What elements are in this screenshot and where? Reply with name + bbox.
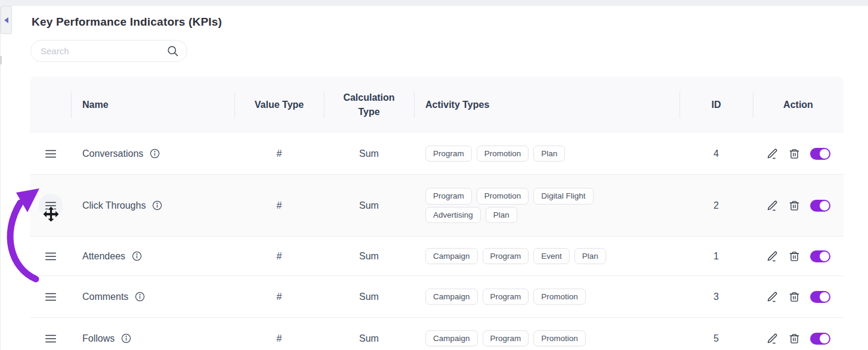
delete-button[interactable] [789, 250, 800, 262]
delete-button[interactable] [789, 333, 800, 345]
enable-toggle[interactable] [810, 333, 830, 345]
kpi-name: Comments [82, 292, 128, 302]
calculation-type: Sum [324, 251, 414, 262]
activity-type-chip: Campaign [425, 289, 478, 305]
trash-icon [789, 148, 800, 160]
delete-button[interactable] [789, 291, 800, 303]
enable-toggle[interactable] [810, 250, 830, 262]
collapse-sidebar-button[interactable] [1, 6, 12, 34]
table-row: Comments # Sum Campaign Program Promotio… [30, 276, 844, 318]
search-icon[interactable] [166, 45, 179, 57]
search-box[interactable] [30, 40, 187, 62]
enable-toggle[interactable] [810, 200, 830, 212]
info-icon[interactable] [152, 200, 162, 210]
pencil-icon [767, 250, 779, 262]
drag-handle-icon[interactable] [45, 202, 56, 210]
activity-type-chip: Plan [486, 207, 517, 224]
trash-icon [789, 250, 800, 262]
kpi-name: Click Throughs [82, 200, 146, 211]
value-type: # [234, 333, 324, 344]
activity-type-chip: Program [425, 145, 472, 162]
edit-button[interactable] [767, 200, 779, 212]
value-type: # [234, 251, 324, 262]
kpi-name: Conversations [82, 148, 143, 159]
edit-button[interactable] [767, 333, 779, 345]
kpi-table: Name Value Type Calculation Type Activit… [30, 76, 844, 350]
activity-type-chip: Promotion [533, 330, 586, 347]
activity-type-chip: Program [483, 248, 529, 265]
toggle-knob [820, 292, 829, 302]
delete-button[interactable] [789, 200, 800, 212]
toggle-knob [820, 149, 829, 159]
header-name: Name [71, 98, 234, 111]
kpi-id: 3 [679, 292, 753, 302]
kpi-name: Follows [82, 333, 115, 344]
activity-type-chip: Plan [574, 248, 606, 265]
activity-type-chip: Program [483, 289, 529, 305]
drag-handle-icon[interactable] [45, 334, 56, 343]
kpi-id: 1 [679, 251, 753, 262]
calculation-type: Sum [324, 148, 414, 159]
left-edge-tick [0, 56, 2, 64]
drag-handle-hover-halo [39, 194, 63, 218]
edit-button[interactable] [767, 291, 779, 303]
activity-type-chip: Campaign [425, 330, 478, 347]
value-type: # [234, 148, 324, 159]
header-activity-types: Activity Types [414, 98, 679, 111]
header-action: Action [753, 98, 844, 111]
page-title: Key Performance Indicators (KPIs) [32, 16, 222, 29]
trash-icon [789, 291, 800, 303]
activity-type-chip: Promotion [477, 188, 529, 205]
value-type: # [234, 200, 324, 211]
toggle-knob [820, 201, 829, 210]
table-row: Click Throughs # Sum Program Promotion D… [30, 175, 844, 237]
kpi-id: 5 [679, 333, 753, 344]
activity-type-chip: Campaign [425, 248, 478, 265]
edit-button[interactable] [767, 148, 779, 160]
header-calculation-type: Calculation Type [324, 91, 414, 118]
info-icon[interactable] [132, 251, 142, 261]
pencil-icon [767, 148, 779, 160]
trash-icon [789, 333, 800, 345]
drag-handle-icon[interactable] [45, 252, 56, 261]
delete-button[interactable] [789, 148, 800, 160]
chevron-left-icon [1, 17, 8, 23]
calculation-type: Sum [324, 333, 414, 344]
activity-type-chip: Program [483, 330, 529, 347]
pencil-icon [767, 200, 779, 212]
calculation-type: Sum [324, 292, 414, 302]
table-header-row: Name Value Type Calculation Type Activit… [30, 76, 844, 133]
info-icon[interactable] [121, 333, 131, 343]
top-strip [0, 0, 868, 6]
toggle-knob [820, 334, 829, 343]
activity-type-chip: Program [425, 188, 472, 205]
drag-handle-icon[interactable] [45, 150, 56, 158]
toggle-knob [820, 252, 829, 261]
activity-type-chip: Advertising [425, 207, 481, 224]
kpi-id: 4 [679, 148, 753, 159]
pencil-icon [767, 291, 779, 303]
kpi-name: Attendees [82, 251, 125, 262]
table-row: Follows # Sum Campaign Program Promotion… [30, 318, 844, 350]
kpi-id: 2 [679, 200, 753, 211]
drag-handle-icon[interactable] [45, 293, 56, 301]
header-id: ID [679, 98, 753, 111]
edit-button[interactable] [767, 250, 779, 262]
table-row: Conversations # Sum Program Promotion Pl… [30, 133, 844, 175]
enable-toggle[interactable] [810, 291, 830, 303]
activity-type-chip: Event [533, 248, 570, 265]
activity-type-chip: Promotion [477, 145, 529, 162]
enable-toggle[interactable] [810, 148, 830, 160]
info-icon[interactable] [150, 148, 160, 159]
activity-type-chip: Promotion [533, 289, 586, 305]
value-type: # [234, 292, 324, 302]
info-icon[interactable] [135, 292, 145, 302]
trash-icon [789, 200, 800, 212]
table-row: Attendees # Sum Campaign Program Event P… [30, 237, 844, 276]
activity-type-chip: Digital Flight [533, 188, 593, 205]
activity-type-chip: Plan [533, 145, 565, 162]
pencil-icon [767, 333, 779, 345]
header-value-type: Value Type [234, 98, 324, 111]
search-input[interactable] [41, 46, 166, 56]
calculation-type: Sum [324, 200, 414, 211]
